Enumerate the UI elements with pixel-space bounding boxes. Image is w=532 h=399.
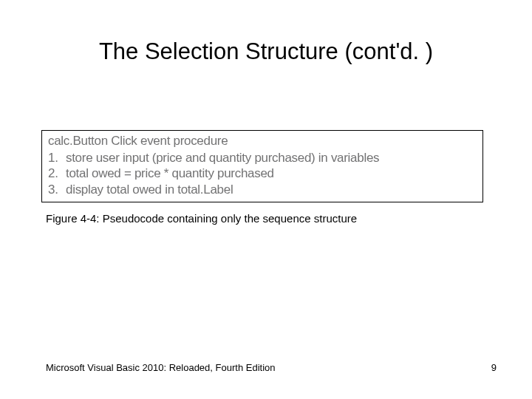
page-title: The Selection Structure (cont'd. )	[0, 38, 532, 65]
list-item: 3.display total owed in total.Label	[48, 182, 477, 197]
footer-page-number: 9	[491, 362, 497, 373]
figure-caption: Figure 4-4: Pseudocode containing only t…	[46, 212, 357, 225]
step-text: display total owed in total.Label	[66, 183, 233, 197]
pseudocode-box: calc.Button Click event procedure 1.stor…	[41, 130, 483, 202]
slide: The Selection Structure (cont'd. ) calc.…	[0, 0, 532, 399]
step-number: 2.	[48, 166, 66, 181]
list-item: 1.store user input (price and quantity p…	[48, 150, 477, 166]
list-item: 2.total owed = price * quantity purchase…	[48, 166, 477, 181]
pseudocode-list: 1.store user input (price and quantity p…	[48, 150, 477, 197]
step-text: store user input (price and quantity pur…	[66, 151, 379, 165]
procedure-title: calc.Button Click event procedure	[48, 134, 477, 149]
step-text: total owed = price * quantity purchased	[66, 166, 274, 180]
step-number: 1.	[48, 150, 66, 166]
step-number: 3.	[48, 182, 66, 197]
footer-book-title: Microsoft Visual Basic 2010: Reloaded, F…	[46, 362, 275, 373]
